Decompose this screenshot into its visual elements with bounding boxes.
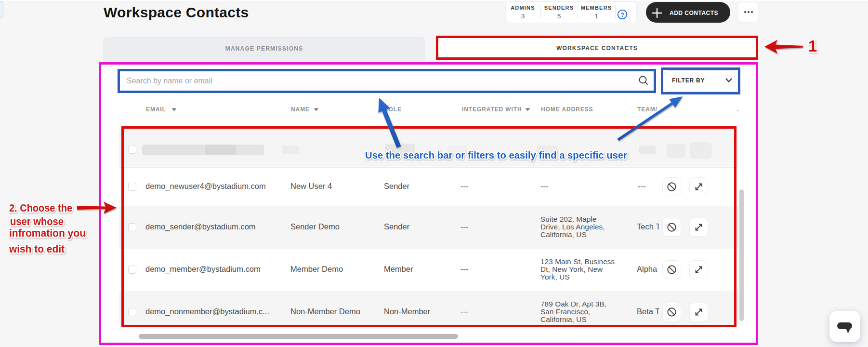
svg-text:user whose: user whose — [10, 215, 64, 227]
svg-text:2. Choose the: 2. Choose the — [9, 202, 72, 214]
svg-text:Use the search bar or filters: Use the search bar or filters to easily … — [365, 150, 627, 160]
svg-text:1: 1 — [808, 37, 817, 55]
svg-text:wish to edit: wish to edit — [9, 243, 65, 255]
svg-text:infromation you: infromation you — [9, 227, 86, 239]
